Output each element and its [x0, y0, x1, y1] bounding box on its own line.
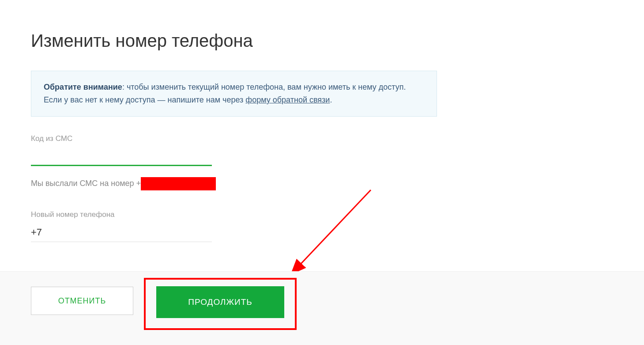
sms-sent-row: Мы выслали СМС на номер + — [31, 177, 613, 190]
footer-bar: ОТМЕНИТЬ ПРОДОЛЖИТЬ — [0, 271, 644, 345]
new-phone-label: Новый номер телефона — [31, 210, 613, 219]
notice-part2: . — [330, 95, 332, 104]
new-phone-input[interactable] — [31, 224, 212, 242]
sms-sent-text: Мы выслали СМС на номер + — [31, 179, 141, 188]
notice-bold-prefix: Обратите внимание — [44, 83, 122, 91]
sms-code-label: Код из СМС — [31, 134, 613, 143]
sms-code-input[interactable] — [31, 148, 212, 166]
page-title: Изменить номер телефона — [31, 31, 613, 51]
continue-button[interactable]: ПРОДОЛЖИТЬ — [156, 286, 284, 318]
redacted-phone-number — [141, 177, 216, 190]
feedback-form-link[interactable]: форму обратной связи — [245, 95, 330, 104]
notice-text: Обратите внимание: чтобы изменить текущи… — [44, 81, 424, 106]
notice-box: Обратите внимание: чтобы изменить текущи… — [31, 71, 437, 117]
continue-button-highlight: ПРОДОЛЖИТЬ — [144, 278, 297, 330]
cancel-button[interactable]: ОТМЕНИТЬ — [31, 287, 133, 315]
